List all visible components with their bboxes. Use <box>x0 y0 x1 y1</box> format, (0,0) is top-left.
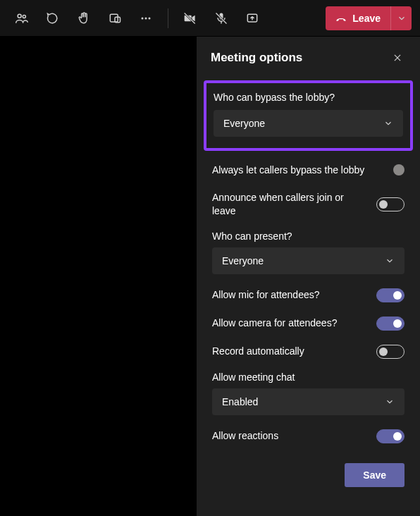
chevron-down-icon <box>383 118 393 128</box>
chevron-down-icon <box>397 13 407 23</box>
panel-title: Meeting options <box>211 51 302 65</box>
svg-point-0 <box>18 14 21 18</box>
allow-camera-label: Allow camera for attendees? <box>212 317 368 330</box>
meeting-toolbar: Leave <box>0 0 420 37</box>
meeting-options-panel: Meeting options Who can bypass the lobby… <box>196 37 420 516</box>
allow-mic-row: Allow mic for attendees? <box>197 281 420 309</box>
meeting-chat-value: Enabled <box>222 396 258 407</box>
svg-point-6 <box>149 17 151 19</box>
allow-camera-row: Allow camera for attendees? <box>197 309 420 338</box>
allow-mic-label: Allow mic for attendees? <box>212 288 368 302</box>
leave-label: Leave <box>352 13 381 24</box>
callers-bypass-row: Always let callers bypass the lobby <box>197 156 420 184</box>
raise-hand-icon[interactable] <box>70 5 97 32</box>
present-label: Who can present? <box>212 231 404 242</box>
bypass-lobby-label: Who can bypass the lobby? <box>214 92 403 103</box>
video-stage <box>0 37 196 516</box>
svg-point-1 <box>23 15 25 18</box>
allow-mic-toggle[interactable] <box>376 288 404 302</box>
bypass-lobby-select[interactable]: Everyone <box>214 110 403 137</box>
close-panel-button[interactable] <box>389 49 406 66</box>
record-auto-row: Record automatically <box>197 338 420 366</box>
more-icon[interactable] <box>132 5 159 32</box>
save-row: Save <box>197 450 420 487</box>
toolbar-separator <box>168 8 168 28</box>
allow-reactions-toggle[interactable] <box>376 429 404 443</box>
hangup-icon <box>335 13 347 24</box>
rooms-icon[interactable] <box>101 5 128 32</box>
meeting-chat-block: Allow meeting chat Enabled <box>197 366 420 422</box>
bypass-lobby-value: Everyone <box>223 118 265 129</box>
bypass-lobby-highlight: Who can bypass the lobby? Everyone <box>204 80 413 151</box>
svg-point-4 <box>142 17 144 19</box>
chevron-down-icon <box>385 256 395 266</box>
svg-point-5 <box>145 17 147 19</box>
main-area: Meeting options Who can bypass the lobby… <box>0 37 420 516</box>
present-block: Who can present? Everyone <box>197 225 420 281</box>
leave-button[interactable]: Leave <box>326 6 390 30</box>
leave-button-group: Leave <box>326 6 412 30</box>
allow-camera-toggle[interactable] <box>376 317 404 331</box>
callers-bypass-toggle[interactable] <box>393 164 404 176</box>
panel-header: Meeting options <box>197 49 420 76</box>
leave-caret-button[interactable] <box>390 6 412 30</box>
present-value: Everyone <box>222 255 264 266</box>
people-icon[interactable] <box>8 5 35 32</box>
meeting-chat-label: Allow meeting chat <box>212 371 404 383</box>
save-button[interactable]: Save <box>345 463 404 487</box>
camera-off-icon[interactable] <box>177 5 204 32</box>
record-auto-label: Record automatically <box>212 345 368 358</box>
allow-reactions-label: Allow reactions <box>212 429 368 443</box>
announce-label: Announce when callers join or leave <box>212 191 368 218</box>
present-select[interactable]: Everyone <box>212 247 404 274</box>
chat-icon[interactable] <box>39 5 66 32</box>
share-icon[interactable] <box>239 5 266 32</box>
svg-rect-2 <box>110 14 118 22</box>
mic-off-icon[interactable] <box>208 5 235 32</box>
close-icon <box>393 53 402 63</box>
meeting-chat-select[interactable]: Enabled <box>212 388 404 415</box>
announce-toggle[interactable] <box>376 197 404 211</box>
allow-reactions-row: Allow reactions <box>197 422 420 450</box>
announce-row: Announce when callers join or leave <box>197 184 420 225</box>
chevron-down-icon <box>385 397 395 407</box>
record-auto-toggle[interactable] <box>376 345 404 359</box>
callers-bypass-label: Always let callers bypass the lobby <box>212 164 385 177</box>
